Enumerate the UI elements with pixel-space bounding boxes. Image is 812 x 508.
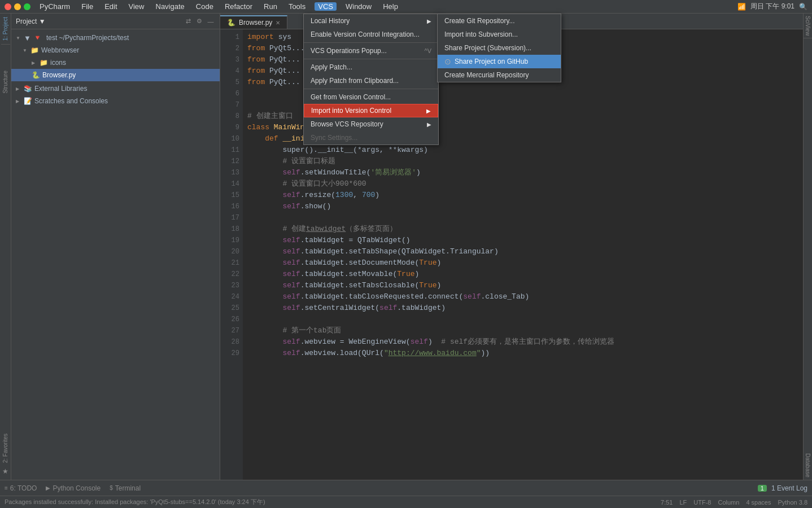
- indent-setting[interactable]: 4 spaces: [746, 499, 771, 506]
- menu-vcs-popup[interactable]: VCS Operations Popup... ^V: [304, 44, 438, 58]
- github-icon: ⊙: [444, 57, 451, 66]
- folder-icon: 📁: [40, 59, 48, 67]
- python-tab-icon: 🐍: [227, 19, 235, 27]
- menu-apply-patch-clipboard[interactable]: Apply Patch from Clipboard...: [304, 74, 438, 87]
- structure-panel-toggle[interactable]: Structure: [1, 68, 10, 96]
- maximize-button[interactable]: [24, 3, 30, 10]
- search-icon[interactable]: 🔍: [799, 3, 807, 11]
- menubar-right: 📶 周日 下午 9:01 🔍: [737, 2, 807, 11]
- encoding[interactable]: UTF-8: [693, 499, 711, 506]
- menu-file[interactable]: File: [79, 2, 95, 11]
- wifi-icon: 📶: [737, 3, 746, 11]
- menu-tools[interactable]: Tools: [286, 2, 308, 11]
- menu-enable-vcs[interactable]: Enable Version Control Integration...: [304, 28, 438, 41]
- time-display: 7:51: [661, 499, 673, 506]
- python-file-icon: 🐍: [32, 71, 40, 79]
- cursor-position: Column: [718, 499, 739, 506]
- tree-item-ext-libs[interactable]: ▶ 📚 External Libraries: [11, 82, 220, 95]
- menu-refactor[interactable]: Refactor: [222, 2, 255, 11]
- status-message: Packages installed successfully: Install…: [5, 498, 265, 506]
- python-version[interactable]: Python 3.8: [778, 499, 807, 506]
- favorites-panel-toggle[interactable]: 2: Favorites: [1, 431, 10, 465]
- menu-vcs[interactable]: VCS: [315, 2, 337, 11]
- menu-import-into-vcs[interactable]: Import into Version Control ▶: [304, 104, 438, 117]
- tree-item-icons[interactable]: ▶ 📁 icons: [11, 56, 220, 69]
- menu-window[interactable]: Window: [343, 2, 374, 11]
- menu-local-history[interactable]: Local History ▶: [304, 14, 438, 28]
- status-right: 7:51 LF UTF-8 Column 4 spaces Python 3.8: [661, 499, 807, 506]
- folder-icon: ▼: [24, 34, 31, 42]
- close-tab-icon[interactable]: ✕: [276, 20, 280, 26]
- menu-browse-vcs-repo[interactable]: Browse VCS Repository ▶: [304, 117, 438, 131]
- menu-navigate[interactable]: Navigate: [154, 2, 187, 11]
- star-icon: ★: [2, 467, 8, 475]
- vcs-dropdown-menu: Local History ▶ Enable Version Control I…: [303, 14, 439, 145]
- status-bar: Packages installed successfully: Install…: [0, 496, 812, 508]
- library-icon: 📚: [24, 85, 32, 93]
- menu-edit[interactable]: Edit: [102, 2, 119, 11]
- sync-icon[interactable]: ⇄: [184, 17, 193, 26]
- minimize-panel-icon[interactable]: —: [206, 17, 215, 26]
- menu-code[interactable]: Code: [194, 2, 216, 11]
- submenu-create-mercurial-repo[interactable]: Create Mercurial Repository: [438, 68, 561, 82]
- project-panel-toggle[interactable]: 1: Project: [1, 15, 10, 43]
- menu-pycharm[interactable]: PyCharm: [37, 2, 72, 11]
- import-submenu: Create Git Repository... Import into Sub…: [437, 14, 561, 82]
- menu-sep-2: [304, 59, 438, 59]
- event-log-label[interactable]: 1 Event Log: [771, 484, 807, 492]
- project-header: Project ▼ ⇄ ⚙ —: [11, 14, 220, 29]
- submenu-create-git-repo[interactable]: Create Git Repository...: [438, 14, 561, 28]
- editor-tab-browser-py[interactable]: 🐍 Browser.py ✕: [220, 15, 287, 29]
- menu-get-from-vcs[interactable]: Get from Version Control...: [304, 90, 438, 104]
- event-log-badge[interactable]: 1: [758, 485, 767, 492]
- folder-icon: 📁: [30, 46, 39, 54]
- menu-sync-settings: Sync Settings...: [304, 131, 438, 144]
- tree-item-test[interactable]: ▼ ▼ 🔻 test ~/PycharmProjects/test: [11, 32, 220, 44]
- line-numbers: 12345 678910 1112131415 1617181920 21222…: [220, 29, 243, 480]
- tree-item-webbrowser[interactable]: ▼ 📁 Webbrowser: [11, 44, 220, 56]
- menu-run[interactable]: Run: [261, 2, 280, 11]
- menu-apply-patch[interactable]: Apply Patch...: [304, 60, 438, 74]
- minimize-button[interactable]: [14, 3, 21, 10]
- gear-icon[interactable]: ⚙: [195, 17, 204, 26]
- sciview-panel-toggle[interactable]: SciView: [804, 14, 812, 38]
- submenu-share-project-svn[interactable]: Share Project (Subversion)...: [438, 41, 561, 55]
- window-controls: [5, 3, 30, 10]
- scratch-icon: 📝: [24, 97, 32, 105]
- python-console-tab[interactable]: ▶ Python Console: [46, 484, 101, 492]
- menu-sep-1: [304, 42, 438, 43]
- menu-help[interactable]: Help: [381, 2, 400, 11]
- project-title: Project ▼: [16, 17, 46, 25]
- terminal-tab[interactable]: $ Terminal: [110, 484, 141, 492]
- submenu-share-github[interactable]: ⊙ Share Project on GitHub: [438, 55, 561, 68]
- line-ending[interactable]: LF: [679, 499, 687, 506]
- clock: 周日 下午 9:01: [750, 2, 794, 11]
- project-tree: ▼ ▼ 🔻 test ~/PycharmProjects/test ▼ 📁 We…: [11, 29, 220, 480]
- project-panel: Project ▼ ⇄ ⚙ — ▼ ▼ 🔻 test ~/PycharmProj…: [11, 14, 220, 480]
- bottom-toolbar: ≡ 6: TODO ▶ Python Console $ Terminal 1 …: [0, 480, 812, 496]
- tree-item-browser-py[interactable]: 🐍 Browser.py: [11, 69, 220, 81]
- menu-view[interactable]: View: [126, 2, 147, 11]
- submenu-import-subversion[interactable]: Import into Subversion...: [438, 28, 561, 41]
- close-button[interactable]: [5, 3, 11, 10]
- tree-item-scratches[interactable]: ▶ 📝 Scratches and Consoles: [11, 95, 220, 107]
- todo-tab[interactable]: ≡ 6: TODO: [5, 484, 37, 492]
- menubar: PyCharm File Edit View Navigate Code Ref…: [0, 0, 812, 14]
- menu-sep-3: [304, 89, 438, 89]
- database-panel-toggle[interactable]: Database: [804, 451, 812, 480]
